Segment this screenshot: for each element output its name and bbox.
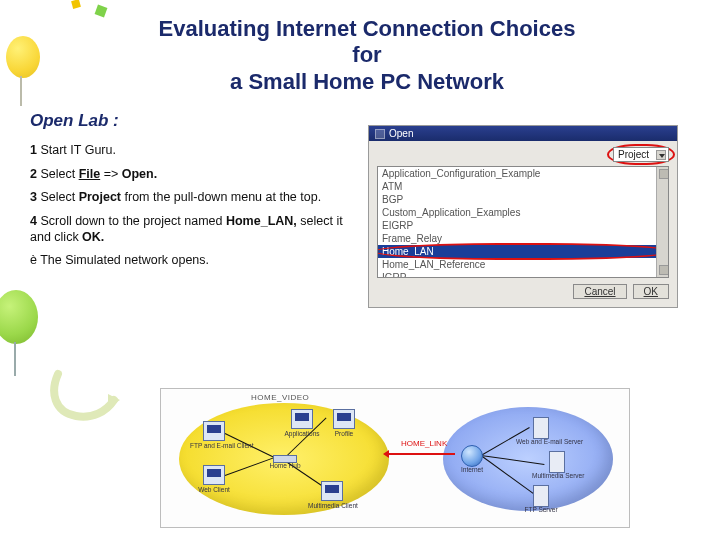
step-item: è The Simulated network opens.	[30, 253, 356, 269]
step-number: 3	[30, 190, 37, 204]
decoration-swirl-arrow	[48, 368, 128, 428]
highlight-oval: Project	[613, 147, 669, 162]
title-line: a Small Home PC Network	[44, 69, 690, 95]
project-listbox[interactable]: Application_Configuration_Example ATM BG…	[377, 166, 669, 278]
list-item[interactable]: Home_LAN_Reference	[378, 258, 668, 271]
title-line: Evaluating Internet Connection Choices	[44, 16, 690, 42]
step-text: from the pull-down menu at the top.	[121, 190, 321, 204]
step-number: 4	[30, 214, 37, 228]
step-text: Select	[37, 167, 79, 181]
step-number: 1	[30, 143, 37, 157]
cancel-button[interactable]: Cancel	[573, 284, 626, 299]
section-heading: Open Lab :	[30, 111, 356, 131]
list-item[interactable]: EIGRP	[378, 219, 668, 232]
step-number: 2	[30, 167, 37, 181]
node-label: Home Hub	[256, 462, 314, 469]
page-title: Evaluating Internet Connection Choices f…	[0, 0, 720, 101]
step-bold: OK.	[82, 230, 104, 244]
dialog-titlebar: Open	[369, 126, 677, 141]
node-ftp-email-client: FTP and E-mail Client	[203, 421, 225, 441]
open-dialog: Open Project Application_Configuration_E…	[368, 125, 678, 308]
node-home-hub: Home Hub	[273, 455, 297, 463]
node-label: Profile	[320, 430, 368, 437]
node-internet-globe: Internet	[461, 445, 483, 467]
step-bold: Home_LAN,	[226, 214, 297, 228]
node-web-email-server: Web and E-mail Server	[533, 417, 549, 439]
node-ftp-server: FTP Server	[533, 485, 549, 507]
network-diagram: HOME_VIDEO HOME_LINK Applications Profil…	[160, 388, 630, 528]
node-label: Internet	[444, 466, 500, 473]
node-profile: Profile	[333, 409, 355, 429]
node-label: Web and E-mail Server	[516, 438, 566, 445]
step-bold: Project	[79, 190, 121, 204]
node-multimedia-server: Multimedia Server	[549, 451, 565, 473]
ok-button[interactable]: OK	[633, 284, 669, 299]
list-item[interactable]: Custom_Application_Examples	[378, 206, 668, 219]
home-link-label: HOME_LINK	[401, 439, 447, 448]
chevron-down-icon[interactable]	[656, 150, 666, 160]
arrow-right-icon: è	[30, 253, 37, 267]
step-text: Start IT Guru.	[37, 143, 116, 157]
node-label: Web Client	[190, 486, 238, 493]
node-label: FTP and E-mail Client	[190, 442, 238, 449]
home-link-line	[389, 453, 455, 455]
type-combobox[interactable]: Project	[613, 147, 669, 162]
step-item: 3 Select Project from the pull-down menu…	[30, 190, 356, 206]
step-bold: Open.	[122, 167, 157, 181]
list-item[interactable]: IGRP	[378, 271, 668, 278]
combobox-value: Project	[618, 149, 649, 160]
node-label: FTP Server	[516, 506, 566, 513]
step-item: 1 Start IT Guru.	[30, 143, 356, 159]
scrollbar[interactable]	[656, 167, 668, 277]
step-text: =>	[100, 167, 122, 181]
step-text: Scroll down to the project named	[37, 214, 226, 228]
node-label: Applications	[278, 430, 326, 437]
step-item: 2 Select File => Open.	[30, 167, 356, 183]
node-label: Multimedia Server	[532, 472, 582, 479]
list-item[interactable]: ATM	[378, 180, 668, 193]
step-text: The Simulated network opens.	[37, 253, 209, 267]
step-item: 4 Scroll down to the project named Home_…	[30, 214, 356, 245]
node-multimedia-client: Multimedia Client	[321, 481, 343, 501]
list-item[interactable]: BGP	[378, 193, 668, 206]
dialog-title-text: Open	[389, 128, 413, 139]
node-web-client: Web Client	[203, 465, 225, 485]
list-item-selected[interactable]: Home_LAN	[378, 245, 668, 258]
window-icon	[375, 129, 385, 139]
title-line: for	[44, 42, 690, 68]
step-text: Select	[37, 190, 79, 204]
diagram-title: HOME_VIDEO	[251, 393, 309, 402]
node-label: Multimedia Client	[308, 502, 356, 509]
node-applications: Applications	[291, 409, 313, 429]
step-bold: File	[79, 167, 101, 181]
list-item[interactable]: Application_Configuration_Example	[378, 167, 668, 180]
